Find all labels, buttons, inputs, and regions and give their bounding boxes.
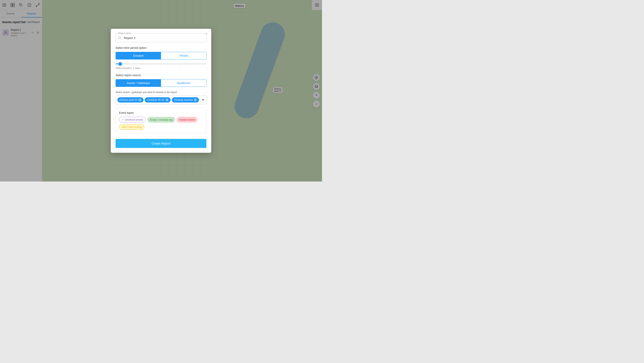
report-name-icon <box>118 36 122 40</box>
asset-tag-c540-label: Container #5 40' <box>147 98 164 101</box>
asset-tag-c540: Container #5 40' ✕ <box>145 97 171 102</box>
asset-tag-c540-remove[interactable]: ✕ <box>166 98 169 102</box>
event-tag-assign-label: Assign / unassign tag <box>150 118 173 121</box>
create-report-button[interactable]: Create Report <box>116 139 206 148</box>
event-tag-geofence[interactable]: ✓ Geofence events <box>119 117 146 122</box>
geofences-tab-button[interactable]: Geofences <box>161 80 206 87</box>
modal-body: × Report name Select time period option … <box>111 29 211 153</box>
event-types-box: Event types ✓ Geofence events Assign / u… <box>116 108 206 133</box>
event-tag-inactive-label: Inactive device <box>179 118 195 121</box>
asset-tag-dp3: Delivery point #3 ✕ <box>118 97 144 102</box>
time-period-toggle-group: Duration Period <box>116 52 206 60</box>
asset-tag-dp3-label: Delivery point #3 <box>120 98 137 101</box>
assets-dropdown-arrow[interactable]: ▼ <box>202 98 204 102</box>
event-tags: ✓ Geofence events Assign / unassign tag … <box>119 117 203 130</box>
report-name-input[interactable] <box>116 34 206 42</box>
modal-overlay: × Report name Select time period option … <box>0 0 322 182</box>
report-source-toggle-group: Assets / Gateways Geofences <box>116 79 206 87</box>
create-report-modal: × Report name Select time period option … <box>111 29 211 153</box>
duration-slider-label: Select duration: 1 days <box>116 67 206 70</box>
report-source-section-title: Select report source <box>116 74 206 77</box>
event-tag-assign[interactable]: Assign / unassign tag <box>147 117 175 122</box>
assets-gateways-tab-button[interactable]: Assets / Gateways <box>116 80 161 87</box>
geofence-check-icon: ✓ <box>122 118 124 121</box>
report-name-field-group: Report name <box>116 34 206 42</box>
svg-point-24 <box>119 36 120 38</box>
time-period-section-title: Select time period option <box>116 46 206 50</box>
assets-selector[interactable]: Delivery point #3 ✕ Container #5 40' ✕ T… <box>116 95 206 104</box>
event-tag-inactive[interactable]: Inactive device <box>177 117 198 122</box>
report-name-label: Report name <box>118 32 132 34</box>
duration-slider-section: Select duration: 1 days <box>116 64 206 70</box>
duration-tab-button[interactable]: Duration <box>116 52 161 59</box>
assets-instruction-label: Select assets / gateways you want to inc… <box>116 91 206 94</box>
asset-tag-dp3-remove[interactable]: ✕ <box>138 98 142 102</box>
period-tab-button[interactable]: Period <box>161 52 206 59</box>
asset-tag-tm: Tamping machine ✕ <box>172 97 199 102</box>
duration-slider-track[interactable] <box>116 64 206 64</box>
event-tag-moving-label: Start / stop moving <box>122 126 142 128</box>
asset-tag-tm-label: Tamping machine <box>174 98 193 101</box>
asset-tag-tm-remove[interactable]: ✕ <box>194 98 197 102</box>
event-types-title: Event types <box>119 111 203 114</box>
event-tag-moving[interactable]: Start / stop moving <box>119 124 144 130</box>
event-tag-geofence-label: Geofence events <box>125 118 143 121</box>
